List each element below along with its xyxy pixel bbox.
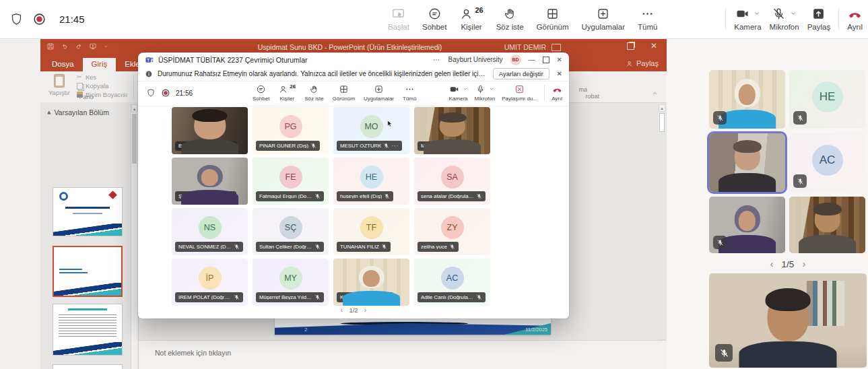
scroll-up-icon[interactable]: ▲ [131, 104, 137, 112]
scrollbar-thumb[interactable] [132, 114, 137, 164]
previous-page-icon[interactable]: ‹ [770, 258, 774, 269]
participant-tile[interactable]: BETUL KUCUK DEMIR [172, 107, 248, 154]
participant-tile[interactable]: KUBRA CAKMAK [333, 259, 409, 306]
participant-tile[interactable]: ŞULE AKMAN (Dış) [172, 158, 248, 205]
dismiss-notification-icon[interactable]: ✕ [557, 70, 562, 77]
mic-muted-icon [234, 294, 240, 300]
participant-video [358, 266, 384, 289]
paylas-button[interactable]: Paylaş [807, 7, 831, 32]
paylas-label: Paylaş [807, 24, 831, 32]
redo-icon[interactable] [75, 42, 83, 51]
tumu-button[interactable]: Tümü [403, 84, 416, 102]
tab-giriş[interactable]: Giriş [83, 58, 116, 72]
slide-thumbnail-3[interactable]: 3 [53, 304, 123, 356]
tumu-button[interactable]: Tümü [638, 7, 657, 32]
stage-video-tile[interactable] [709, 133, 785, 192]
spotlight-video-tile[interactable] [709, 273, 867, 368]
kamera-button[interactable]: Kamera [449, 84, 468, 102]
section-header[interactable]: ◀ Varsayılan Bölüm [47, 108, 109, 116]
participant-tile[interactable]: TFTUNAHAN FİLİZ [333, 208, 409, 255]
cut-button[interactable]: ✂Kes [77, 74, 127, 81]
change-settings-button[interactable]: Ayarları değiştir [493, 68, 549, 79]
soz-iste-button[interactable]: Söz iste [304, 84, 323, 102]
ayril-button[interactable]: Ayrıl [847, 7, 863, 32]
chevron-down-icon[interactable] [790, 10, 797, 17]
slide-thumbnail-4[interactable]: 4 [53, 364, 123, 369]
toolbar-left: 21:45 [9, 0, 85, 38]
participant-tile[interactable]: ZYzeliha yuce [414, 208, 490, 255]
scrollbar-thumb[interactable] [659, 113, 665, 132]
chevron-down-icon[interactable] [463, 86, 468, 92]
previous-page-icon[interactable]: ‹ [341, 306, 343, 314]
paylasimi-durdur-button[interactable]: Paylaşımı du... [502, 84, 537, 102]
notes-placeholder[interactable]: Not eklemek için tıklayın [155, 349, 231, 357]
participant-tile[interactable]: MYMüşerref Beyza Yıldız (Dış) [253, 259, 329, 306]
participant-tile[interactable]: SÇSultan Çeliker (Doğrulanma... [253, 208, 329, 255]
stage-video-tile[interactable] [709, 70, 785, 129]
restore-icon[interactable] [627, 42, 634, 50]
soz-iste-label: Söz iste [496, 24, 524, 32]
stage-video-tile[interactable] [709, 197, 785, 253]
kisiler-button[interactable]: 26Kişiler [278, 84, 296, 102]
sohbet-button[interactable]: Sohbet [422, 7, 446, 32]
participant-tile[interactable]: FEFatmagul Ergun (Doğrulan... [253, 158, 329, 205]
close-icon[interactable]: ✕ [557, 57, 562, 63]
sohbet-button[interactable]: Sohbet [253, 84, 269, 102]
avatar[interactable]: BD [510, 55, 521, 65]
copy-button[interactable]: Kopyala [77, 83, 127, 90]
next-page-icon[interactable]: › [802, 258, 805, 269]
more-options-icon[interactable]: ··· [391, 143, 399, 149]
participant-tile[interactable]: MUSTAFA ALBAYRAK [414, 107, 490, 154]
slide-thumbnail-2[interactable]: 2 [53, 246, 123, 297]
undo-icon[interactable] [61, 42, 69, 51]
ayril-button[interactable]: Ayrıl [552, 84, 562, 102]
notes-pane[interactable]: Not eklemek için tıklayın [139, 340, 667, 369]
more-options-icon[interactable] [432, 56, 440, 64]
collapse-ribbon-icon[interactable] [652, 88, 658, 100]
mikrofon-button[interactable]: Mikrofon [475, 84, 496, 102]
participant-video [739, 341, 836, 368]
qat-customize-icon[interactable] [103, 44, 108, 49]
participant-tile[interactable]: SAsena atalar (Doğrulanmamış) [414, 158, 490, 205]
ribbon-share-button[interactable]: Paylaş [626, 59, 659, 67]
chevron-down-icon[interactable] [754, 10, 760, 17]
stage-video-tile[interactable] [789, 197, 865, 253]
participant-tile[interactable]: NSNEVAL SONMEZ (Dış) [172, 208, 248, 255]
gorunum-button[interactable]: Görünüm [537, 7, 569, 32]
mute-badge [715, 344, 733, 362]
minimize-icon[interactable]: — [529, 57, 535, 63]
teams-inner-toolbar: 21:56 Sohbet26KişilerSöz isteGörünümUygu… [138, 81, 569, 106]
thumbnails-scrollbar[interactable]: ▲ [131, 104, 137, 369]
participant-tile[interactable]: PGPINAR GUNER (Dış) [253, 107, 329, 154]
present-icon[interactable] [89, 42, 97, 51]
close-icon[interactable]: ✕ [650, 42, 657, 50]
scroll-up-icon[interactable]: ▲ [659, 104, 665, 112]
save-icon[interactable] [46, 42, 55, 51]
gorunum-button[interactable]: Görünüm [333, 84, 355, 102]
participant-video [799, 235, 857, 253]
participant-video [734, 142, 760, 170]
participant-tile[interactable]: ACAdile Canlı (Doğrulanmamış) [414, 259, 490, 306]
maximize-icon[interactable] [543, 57, 549, 63]
uygulamalar-button[interactable]: Uygulamalar [582, 7, 626, 32]
tab-dosya[interactable]: Dosya [43, 58, 83, 72]
kisiler-button[interactable]: 26Kişiler [459, 7, 483, 32]
baslat-button[interactable]: Başlat [388, 7, 409, 32]
participant-tile[interactable]: MOMESUT OZTURK··· [333, 107, 409, 154]
soz-iste-button[interactable]: Söz iste [496, 7, 524, 32]
participant-tile[interactable]: İPİREM POLAT (Doğrulanma... [172, 259, 248, 306]
canvas-scrollbar[interactable]: ▲ [659, 104, 665, 345]
slide-thumbnail-1[interactable]: 1 [53, 187, 123, 236]
uygulamalar-button[interactable]: Uygulamalar [364, 84, 394, 102]
avatar: MO [360, 115, 383, 138]
clipboard-group-label: Pano [46, 94, 127, 100]
kamera-button[interactable]: Kamera [734, 7, 761, 32]
stage-video-tile[interactable]: HE [789, 70, 865, 129]
ribbon-share-label: Paylaş [636, 59, 659, 67]
participant-tile[interactable]: HEhuseyin efeli (Dış) [333, 158, 409, 205]
mikrofon-button[interactable]: Mikrofon [770, 7, 799, 32]
chevron-down-icon[interactable] [489, 86, 494, 92]
next-page-icon[interactable]: › [364, 306, 367, 314]
stage-video-tile[interactable]: AC [789, 133, 865, 192]
mic-muted-icon [314, 294, 321, 300]
